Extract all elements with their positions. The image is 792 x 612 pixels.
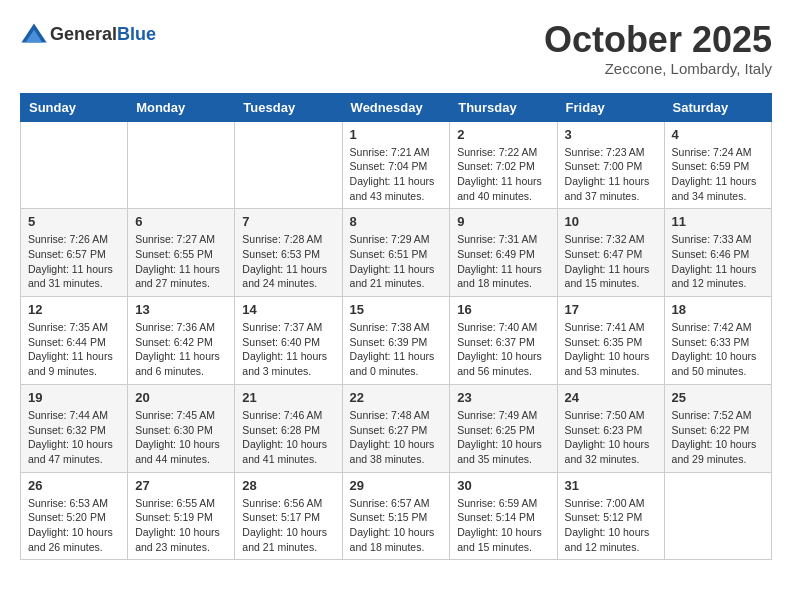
table-row: 5Sunrise: 7:26 AM Sunset: 6:57 PM Daylig… [21,209,128,297]
table-row: 8Sunrise: 7:29 AM Sunset: 6:51 PM Daylig… [342,209,450,297]
table-row: 26Sunrise: 6:53 AM Sunset: 5:20 PM Dayli… [21,472,128,560]
table-row [21,121,128,209]
day-number: 11 [672,214,764,229]
table-row: 13Sunrise: 7:36 AM Sunset: 6:42 PM Dayli… [128,297,235,385]
calendar-row: 5Sunrise: 7:26 AM Sunset: 6:57 PM Daylig… [21,209,772,297]
day-info: Sunrise: 7:37 AM Sunset: 6:40 PM Dayligh… [242,320,334,379]
day-number: 21 [242,390,334,405]
logo-general: General [50,24,117,44]
day-info: Sunrise: 7:22 AM Sunset: 7:02 PM Dayligh… [457,145,549,204]
table-row: 18Sunrise: 7:42 AM Sunset: 6:33 PM Dayli… [664,297,771,385]
calendar-row: 1Sunrise: 7:21 AM Sunset: 7:04 PM Daylig… [21,121,772,209]
day-info: Sunrise: 7:32 AM Sunset: 6:47 PM Dayligh… [565,232,657,291]
day-number: 15 [350,302,443,317]
day-info: Sunrise: 7:46 AM Sunset: 6:28 PM Dayligh… [242,408,334,467]
col-monday: Monday [128,93,235,121]
calendar-row: 19Sunrise: 7:44 AM Sunset: 6:32 PM Dayli… [21,384,772,472]
table-row: 6Sunrise: 7:27 AM Sunset: 6:55 PM Daylig… [128,209,235,297]
table-row: 31Sunrise: 7:00 AM Sunset: 5:12 PM Dayli… [557,472,664,560]
day-number: 16 [457,302,549,317]
day-number: 12 [28,302,120,317]
day-info: Sunrise: 7:49 AM Sunset: 6:25 PM Dayligh… [457,408,549,467]
day-info: Sunrise: 7:33 AM Sunset: 6:46 PM Dayligh… [672,232,764,291]
day-number: 19 [28,390,120,405]
day-info: Sunrise: 7:24 AM Sunset: 6:59 PM Dayligh… [672,145,764,204]
table-row: 24Sunrise: 7:50 AM Sunset: 6:23 PM Dayli… [557,384,664,472]
title-block: October 2025 Zeccone, Lombardy, Italy [544,20,772,77]
calendar-table: Sunday Monday Tuesday Wednesday Thursday… [20,93,772,561]
day-info: Sunrise: 6:53 AM Sunset: 5:20 PM Dayligh… [28,496,120,555]
col-thursday: Thursday [450,93,557,121]
day-info: Sunrise: 7:29 AM Sunset: 6:51 PM Dayligh… [350,232,443,291]
table-row: 30Sunrise: 6:59 AM Sunset: 5:14 PM Dayli… [450,472,557,560]
day-number: 4 [672,127,764,142]
day-info: Sunrise: 6:57 AM Sunset: 5:15 PM Dayligh… [350,496,443,555]
table-row: 21Sunrise: 7:46 AM Sunset: 6:28 PM Dayli… [235,384,342,472]
day-info: Sunrise: 7:35 AM Sunset: 6:44 PM Dayligh… [28,320,120,379]
logo-blue: Blue [117,24,156,44]
day-info: Sunrise: 7:21 AM Sunset: 7:04 PM Dayligh… [350,145,443,204]
table-row: 2Sunrise: 7:22 AM Sunset: 7:02 PM Daylig… [450,121,557,209]
day-number: 6 [135,214,227,229]
day-info: Sunrise: 7:41 AM Sunset: 6:35 PM Dayligh… [565,320,657,379]
day-number: 1 [350,127,443,142]
day-number: 8 [350,214,443,229]
table-row: 7Sunrise: 7:28 AM Sunset: 6:53 PM Daylig… [235,209,342,297]
table-row: 14Sunrise: 7:37 AM Sunset: 6:40 PM Dayli… [235,297,342,385]
day-info: Sunrise: 7:48 AM Sunset: 6:27 PM Dayligh… [350,408,443,467]
day-info: Sunrise: 7:00 AM Sunset: 5:12 PM Dayligh… [565,496,657,555]
day-number: 9 [457,214,549,229]
calendar-row: 26Sunrise: 6:53 AM Sunset: 5:20 PM Dayli… [21,472,772,560]
day-info: Sunrise: 7:23 AM Sunset: 7:00 PM Dayligh… [565,145,657,204]
day-number: 23 [457,390,549,405]
table-row: 28Sunrise: 6:56 AM Sunset: 5:17 PM Dayli… [235,472,342,560]
table-row: 16Sunrise: 7:40 AM Sunset: 6:37 PM Dayli… [450,297,557,385]
table-row: 12Sunrise: 7:35 AM Sunset: 6:44 PM Dayli… [21,297,128,385]
day-number: 3 [565,127,657,142]
day-info: Sunrise: 7:52 AM Sunset: 6:22 PM Dayligh… [672,408,764,467]
logo-icon [20,20,48,48]
table-row: 4Sunrise: 7:24 AM Sunset: 6:59 PM Daylig… [664,121,771,209]
day-info: Sunrise: 7:31 AM Sunset: 6:49 PM Dayligh… [457,232,549,291]
day-info: Sunrise: 7:27 AM Sunset: 6:55 PM Dayligh… [135,232,227,291]
day-number: 30 [457,478,549,493]
table-row: 29Sunrise: 6:57 AM Sunset: 5:15 PM Dayli… [342,472,450,560]
day-number: 29 [350,478,443,493]
day-number: 7 [242,214,334,229]
table-row: 27Sunrise: 6:55 AM Sunset: 5:19 PM Dayli… [128,472,235,560]
col-tuesday: Tuesday [235,93,342,121]
table-row: 1Sunrise: 7:21 AM Sunset: 7:04 PM Daylig… [342,121,450,209]
table-row: 11Sunrise: 7:33 AM Sunset: 6:46 PM Dayli… [664,209,771,297]
table-row [664,472,771,560]
table-row [128,121,235,209]
day-info: Sunrise: 7:40 AM Sunset: 6:37 PM Dayligh… [457,320,549,379]
day-number: 20 [135,390,227,405]
col-saturday: Saturday [664,93,771,121]
day-number: 26 [28,478,120,493]
day-number: 25 [672,390,764,405]
logo: GeneralBlue [20,20,156,48]
table-row: 23Sunrise: 7:49 AM Sunset: 6:25 PM Dayli… [450,384,557,472]
day-number: 24 [565,390,657,405]
day-number: 22 [350,390,443,405]
table-row: 15Sunrise: 7:38 AM Sunset: 6:39 PM Dayli… [342,297,450,385]
day-number: 10 [565,214,657,229]
table-row: 17Sunrise: 7:41 AM Sunset: 6:35 PM Dayli… [557,297,664,385]
weekday-header-row: Sunday Monday Tuesday Wednesday Thursday… [21,93,772,121]
table-row: 25Sunrise: 7:52 AM Sunset: 6:22 PM Dayli… [664,384,771,472]
month-title: October 2025 [544,20,772,60]
day-number: 13 [135,302,227,317]
day-number: 28 [242,478,334,493]
table-row: 20Sunrise: 7:45 AM Sunset: 6:30 PM Dayli… [128,384,235,472]
day-info: Sunrise: 7:45 AM Sunset: 6:30 PM Dayligh… [135,408,227,467]
logo-text: GeneralBlue [50,24,156,45]
day-info: Sunrise: 7:36 AM Sunset: 6:42 PM Dayligh… [135,320,227,379]
day-number: 14 [242,302,334,317]
table-row: 22Sunrise: 7:48 AM Sunset: 6:27 PM Dayli… [342,384,450,472]
day-info: Sunrise: 7:26 AM Sunset: 6:57 PM Dayligh… [28,232,120,291]
col-wednesday: Wednesday [342,93,450,121]
table-row: 9Sunrise: 7:31 AM Sunset: 6:49 PM Daylig… [450,209,557,297]
calendar-row: 12Sunrise: 7:35 AM Sunset: 6:44 PM Dayli… [21,297,772,385]
day-info: Sunrise: 7:50 AM Sunset: 6:23 PM Dayligh… [565,408,657,467]
table-row: 19Sunrise: 7:44 AM Sunset: 6:32 PM Dayli… [21,384,128,472]
